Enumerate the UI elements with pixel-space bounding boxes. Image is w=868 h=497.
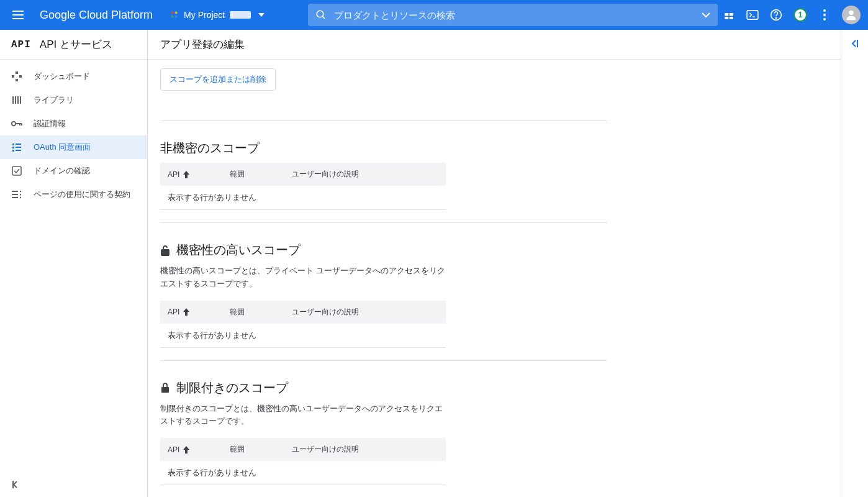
- sidebar-item-dashboard[interactable]: ダッシュボード: [0, 65, 147, 88]
- svg-rect-7: [730, 13, 733, 16]
- agreement-icon: [11, 189, 22, 200]
- table-header: API 範囲 ユーザー向けの説明: [160, 438, 446, 461]
- sidebar-item-label: ダッシュボード: [34, 71, 90, 82]
- svg-rect-45: [161, 387, 169, 393]
- svg-rect-37: [12, 191, 18, 192]
- svg-rect-44: [161, 250, 169, 255]
- svg-point-3: [175, 16, 178, 18]
- sort-arrow-up-icon: [183, 446, 189, 454]
- sidebar-item-label: ページの使用に関する契約: [34, 189, 130, 200]
- svg-point-13: [775, 17, 776, 18]
- search-input[interactable]: [334, 10, 694, 21]
- sidebar-item-page-usage-agreement[interactable]: ページの使用に関する契約: [0, 183, 147, 206]
- sidebar: API API とサービス ダッシュボード ライブラリ 認証情報 OAuth 同…: [0, 30, 148, 497]
- gift-icon[interactable]: [723, 9, 735, 21]
- section-desc-restricted: 制限付きのスコープとは、機密性の高いユーザーデータへのアクセスをリクエストするス…: [160, 403, 446, 429]
- table-header: API 範囲 ユーザー向けの説明: [160, 163, 446, 186]
- lock-icon: [160, 382, 170, 393]
- section-title-nonsensitive: 非機密のスコープ: [160, 140, 607, 157]
- svg-rect-36: [12, 166, 21, 175]
- search-icon: [315, 9, 327, 21]
- col-desc[interactable]: ユーザー向けの説明: [292, 169, 438, 180]
- api-logo-icon: API: [11, 39, 31, 50]
- svg-point-0: [171, 12, 174, 14]
- svg-line-5: [322, 16, 325, 19]
- project-id-redacted: [230, 11, 251, 19]
- svg-point-2: [171, 16, 174, 18]
- sidebar-title-text: API とサービス: [40, 37, 112, 52]
- sidebar-nav: ダッシュボード ライブラリ 認証情報 OAuth 同意画面 ドメインの確認 ペー…: [0, 60, 147, 473]
- caret-down-icon: [258, 13, 264, 17]
- notification-badge[interactable]: 1: [793, 8, 807, 22]
- gcp-logo[interactable]: Google Cloud Platform: [40, 9, 153, 22]
- sidebar-item-label: ドメインの確認: [34, 165, 90, 176]
- svg-rect-10: [747, 11, 758, 19]
- sidebar-item-oauth-consent[interactable]: OAuth 同意画面: [0, 135, 147, 159]
- col-api[interactable]: API: [168, 169, 230, 180]
- project-name: My Project: [184, 10, 225, 20]
- svg-rect-20: [19, 75, 22, 78]
- table-empty-row: 表示する行がありません: [160, 461, 446, 485]
- top-header: Google Cloud Platform My Project 1: [0, 0, 868, 30]
- svg-point-14: [823, 9, 826, 12]
- collapse-sidebar-icon[interactable]: [11, 480, 22, 491]
- svg-rect-6: [725, 13, 728, 16]
- svg-rect-21: [16, 79, 18, 81]
- help-icon[interactable]: [770, 9, 782, 21]
- restricted-scope-table: API 範囲 ユーザー向けの説明 表示する行がありません: [160, 438, 446, 485]
- svg-rect-38: [12, 194, 18, 195]
- sidebar-item-domain-verification[interactable]: ドメインの確認: [0, 159, 147, 183]
- unlock-icon: [160, 245, 170, 256]
- svg-rect-33: [16, 147, 21, 148]
- table-empty-row: 表示する行がありません: [160, 186, 446, 210]
- svg-rect-23: [15, 96, 16, 104]
- svg-rect-34: [12, 150, 14, 152]
- col-range[interactable]: 範囲: [230, 307, 292, 317]
- check-box-icon: [11, 165, 22, 176]
- svg-rect-24: [17, 96, 19, 104]
- svg-rect-30: [12, 144, 14, 145]
- sort-arrow-up-icon: [183, 171, 189, 178]
- svg-rect-35: [16, 150, 21, 151]
- svg-point-41: [20, 194, 21, 195]
- avatar[interactable]: [842, 6, 861, 24]
- section-desc-sensitive: 機密性の高いスコープとは、プライベート ユーザーデータへのアクセスをリクエストす…: [160, 265, 446, 291]
- menu-icon[interactable]: [12, 7, 27, 22]
- library-icon: [11, 94, 22, 106]
- svg-rect-19: [12, 75, 14, 78]
- col-range[interactable]: 範囲: [230, 169, 292, 180]
- cloud-shell-icon[interactable]: [746, 9, 759, 21]
- sidebar-title: API API とサービス: [0, 30, 147, 60]
- svg-rect-22: [12, 96, 14, 104]
- svg-point-26: [12, 122, 16, 125]
- page-title: アプリ登録の編集: [148, 30, 841, 60]
- svg-point-40: [20, 191, 21, 192]
- section-title-restricted: 制限付きのスコープ: [160, 380, 607, 396]
- chevron-down-icon[interactable]: [702, 12, 710, 18]
- project-selector[interactable]: My Project: [164, 6, 271, 24]
- sensitive-scope-table: API 範囲 ユーザー向けの説明 表示する行がありません: [160, 301, 446, 348]
- main-content: アプリ登録の編集 スコープを追加または削除 非機密のスコープ API 範囲: [148, 30, 841, 497]
- add-remove-scope-button[interactable]: スコープを追加または削除: [160, 68, 276, 91]
- header-actions: 1: [723, 6, 861, 24]
- consent-icon: [11, 142, 22, 153]
- sidebar-item-label: 認証情報: [34, 118, 66, 129]
- svg-point-42: [20, 197, 21, 198]
- sidebar-item-label: ライブラリ: [34, 94, 74, 106]
- sidebar-item-library[interactable]: ライブラリ: [0, 88, 147, 112]
- svg-rect-8: [725, 17, 728, 19]
- col-api[interactable]: API: [168, 444, 230, 455]
- search-box[interactable]: [308, 4, 718, 26]
- sidebar-item-credentials[interactable]: 認証情報: [0, 112, 147, 135]
- col-api[interactable]: API: [168, 307, 230, 317]
- right-rail: [841, 30, 868, 497]
- col-desc[interactable]: ユーザー向けの説明: [292, 444, 438, 455]
- more-vert-icon[interactable]: [818, 9, 831, 21]
- col-range[interactable]: 範囲: [230, 444, 292, 455]
- svg-point-1: [175, 12, 178, 14]
- expand-right-panel-icon[interactable]: [850, 39, 860, 48]
- col-desc[interactable]: ユーザー向けの説明: [292, 307, 438, 317]
- svg-rect-39: [12, 197, 18, 198]
- table-header: API 範囲 ユーザー向けの説明: [160, 301, 446, 324]
- table-empty-row: 表示する行がありません: [160, 324, 446, 348]
